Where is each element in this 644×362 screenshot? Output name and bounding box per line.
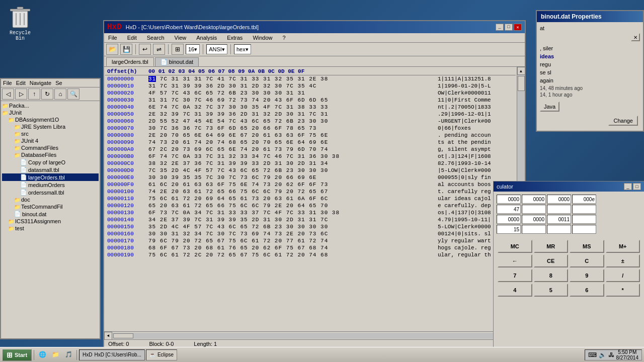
table-row[interactable]: 00000060 2D 55 52 47 45 4E 54 7C 43 6C 6… bbox=[105, 118, 516, 125]
table-row[interactable]: 00000020 4F 57 7C 43 6C 65 72 6B 23 30 3… bbox=[105, 89, 516, 97]
forward-button[interactable]: ▷ bbox=[15, 88, 27, 100]
table-row[interactable]: 00000090 74 73 20 61 74 20 74 68 65 20 7… bbox=[105, 139, 516, 146]
java-button[interactable]: Java bbox=[540, 102, 559, 112]
menu-search[interactable]: Search bbox=[145, 34, 167, 41]
tree-item-junit4[interactable]: 📁JUnit 4 bbox=[2, 137, 99, 144]
toolbar-open-button[interactable]: 📂 bbox=[106, 44, 118, 55]
calc-c-button[interactable]: C bbox=[570, 254, 604, 267]
columns-dropdown[interactable]: 16 ▾ bbox=[186, 44, 200, 54]
table-row[interactable]: 00000010 31 7C 31 39 39 36 2D 30 31 2D 3… bbox=[105, 82, 516, 89]
hex-area[interactable]: Offset(h) 00 01 02 03 04 05 06 07 08 09 … bbox=[104, 67, 517, 331]
table-row[interactable]: 00000030 31 31 7C 30 7C 46 69 72 73 74 2… bbox=[105, 97, 516, 104]
refresh-button[interactable]: ↻ bbox=[41, 88, 53, 100]
menu-extras[interactable]: Extras bbox=[225, 34, 245, 41]
menu-analysis[interactable]: Analysis bbox=[194, 34, 219, 41]
hxd-maximize-button[interactable]: □ bbox=[505, 24, 513, 31]
hxd-minimize-button[interactable]: _ bbox=[496, 24, 504, 31]
table-row[interactable]: 000000B0 6F 74 7C 0A 33 7C 31 32 33 34 7… bbox=[105, 153, 516, 160]
explorer-quicklaunch-icon[interactable]: 📁 bbox=[49, 349, 61, 360]
calc-5-button[interactable]: 5 bbox=[534, 284, 569, 297]
table-row[interactable]: 00000160 30 30 31 32 34 7C 30 7C 73 69 7… bbox=[105, 230, 516, 237]
table-row[interactable]: 00000080 2E 20 70 65 6E 64 69 6E 67 20 6… bbox=[105, 132, 516, 139]
tree-item-test[interactable]: 📁test bbox=[2, 225, 99, 232]
explorer-menu-navigate[interactable]: Navigate bbox=[30, 80, 51, 86]
calc-7-button[interactable]: 7 bbox=[498, 269, 532, 282]
calc-divide-button[interactable]: / bbox=[606, 269, 640, 282]
tree-item-mediumorders[interactable]: 📄mediumOrders bbox=[2, 181, 99, 189]
table-row[interactable]: 00000100 74 2E 20 63 61 72 65 66 75 6C 6… bbox=[105, 188, 516, 195]
toolbar-save-button[interactable]: 💾 bbox=[120, 44, 132, 55]
tree-item-datasmall[interactable]: 📄datasmall.tbl bbox=[2, 166, 99, 173]
toolbar-columns-button[interactable]: ⊞ bbox=[172, 44, 184, 55]
calc-mplus-button[interactable]: M+ bbox=[606, 240, 640, 253]
tree-item-doc[interactable]: 📁doc bbox=[2, 196, 99, 203]
explorer-menu-file[interactable]: File bbox=[3, 80, 12, 86]
calc-ce-button[interactable]: CE bbox=[534, 254, 569, 267]
calc-mc-button[interactable]: MC bbox=[498, 240, 532, 253]
table-row[interactable]: 00000000 31 7C 31 31 31 7C 41 7C 31 33 3… bbox=[105, 75, 516, 82]
tree-item-copyoflarge[interactable]: 📄Copy of largeO bbox=[2, 158, 99, 166]
table-row[interactable]: 000000A0 67 2C 20 73 69 6C 65 6E 74 20 6… bbox=[105, 146, 516, 153]
encoding-dropdown[interactable]: ANSI ▾ bbox=[206, 44, 227, 54]
tab-binout[interactable]: 📄 binout.dat bbox=[155, 57, 199, 66]
player-quicklaunch-icon[interactable]: 🎵 bbox=[62, 349, 74, 360]
view-mode-dropdown[interactable]: hex ▾ bbox=[234, 44, 251, 54]
table-row[interactable]: 000000F0 61 6C 20 61 63 63 6F 75 6E 74 7… bbox=[105, 181, 516, 188]
tree-item-databasefiles[interactable]: 📁DatabaseFiles bbox=[2, 151, 99, 158]
table-row[interactable]: 00000050 2E 32 39 7C 31 39 39 36 2D 31 3… bbox=[105, 111, 516, 118]
calc-ms-button[interactable]: MS bbox=[570, 240, 604, 253]
tree-item-orderssmall[interactable]: 📄orderssmall.tbl bbox=[2, 189, 99, 196]
menu-file[interactable]: File bbox=[106, 34, 119, 41]
change-button[interactable]: Change bbox=[608, 116, 638, 126]
explorer-menu-search[interactable]: Se bbox=[55, 80, 62, 86]
calc-minimize-button[interactable]: _ bbox=[624, 183, 632, 190]
calc-multiply-button[interactable]: * bbox=[606, 284, 640, 297]
menu-window[interactable]: Window bbox=[251, 34, 274, 41]
scroll-up-button[interactable]: ▲ bbox=[517, 67, 525, 75]
table-row[interactable]: 00000120 65 20 63 61 72 65 66 75 6C 6C 7… bbox=[105, 202, 516, 209]
table-row[interactable]: 00000070 30 7C 36 36 7C 73 6F 6D 65 20 6… bbox=[105, 125, 516, 132]
calc-maximize-button[interactable]: □ bbox=[633, 183, 641, 190]
h-scroll-track[interactable] bbox=[112, 333, 517, 339]
tree-item-junit-root[interactable]: 📁JUnit bbox=[2, 109, 99, 116]
table-row[interactable]: 00000150 35 2D 4C 4F 57 7C 43 6C 65 72 6… bbox=[105, 223, 516, 230]
table-row[interactable]: 00000110 75 6C 61 72 20 69 64 65 61 73 2… bbox=[105, 195, 516, 202]
hxd-close-button[interactable]: ✕ bbox=[514, 24, 522, 31]
scroll-thumb[interactable] bbox=[518, 76, 525, 91]
toolbar-revert-button[interactable]: ↩ bbox=[139, 44, 151, 55]
back-button[interactable]: ◁ bbox=[2, 88, 14, 100]
taskbar-hxd-item[interactable]: HxD HxD [C:\Users\Rob... bbox=[79, 349, 145, 360]
calc-4-button[interactable]: 4 bbox=[498, 284, 532, 297]
calc-8-button[interactable]: 8 bbox=[534, 269, 569, 282]
table-row[interactable]: 000000D0 7C 35 2D 4C 4F 57 7C 43 6C 65 7… bbox=[105, 167, 516, 174]
table-row[interactable]: 000000C0 38 32 2E 37 36 7C 31 39 39 33 2… bbox=[105, 160, 516, 167]
calc-9-button[interactable]: 9 bbox=[570, 269, 604, 282]
calc-mr-button[interactable]: MR bbox=[534, 240, 569, 253]
scroll-left-button[interactable]: ◄ bbox=[104, 332, 112, 340]
ie-quicklaunch-icon[interactable]: 🌐 bbox=[36, 349, 48, 360]
h-scroll-thumb[interactable] bbox=[113, 333, 133, 338]
table-row[interactable]: 00000180 68 6F 67 73 20 68 61 76 65 20 6… bbox=[105, 244, 516, 251]
tree-item-jre[interactable]: 📁JRE System Libra bbox=[2, 123, 99, 130]
calc-backspace-button[interactable]: ← bbox=[498, 254, 532, 267]
home-button[interactable]: ⌂ bbox=[54, 88, 66, 100]
taskbar-eclipse-item[interactable]: ☕ Eclipse bbox=[146, 349, 177, 360]
table-row[interactable]: 00000140 34 2E 37 39 7C 31 39 39 35 2D 3… bbox=[105, 216, 516, 223]
tree-item-packa[interactable]: 📁Packa... bbox=[2, 102, 99, 109]
calc-6-button[interactable]: 6 bbox=[570, 284, 604, 297]
tree-item-src[interactable]: 📁src bbox=[2, 130, 99, 137]
up-button[interactable]: ↑ bbox=[28, 88, 40, 100]
table-row[interactable]: 000000E0 30 30 39 35 35 7C 30 7C 73 6C 7… bbox=[105, 174, 516, 181]
table-row[interactable]: 00000190 75 6C 61 72 2C 20 72 65 67 75 6… bbox=[105, 251, 516, 258]
tree-item-largeorders[interactable]: 📄largeOrders.tbl bbox=[2, 173, 99, 181]
tree-item-dbassignment[interactable]: 📁DBAssignment1O bbox=[2, 116, 99, 123]
properties-close-button[interactable]: ✕ bbox=[631, 33, 640, 41]
tree-item-commandfiles[interactable]: 📁CommandFiles bbox=[2, 144, 99, 151]
toolbar-compare-button[interactable]: ⇌ bbox=[153, 44, 165, 55]
table-row[interactable]: 00000170 79 6C 79 20 72 65 67 75 6C 61 7… bbox=[105, 237, 516, 244]
table-row[interactable]: 00000040 6E 74 7C 0A 32 7C 37 30 30 35 4… bbox=[105, 104, 516, 111]
tree-item-testcommand[interactable]: 📁TestCommandFil bbox=[2, 203, 99, 210]
menu-edit[interactable]: Edit bbox=[125, 34, 139, 41]
tab-largeorders[interactable]: largeOrders.tbl bbox=[106, 57, 154, 66]
menu-view[interactable]: View bbox=[173, 34, 189, 41]
